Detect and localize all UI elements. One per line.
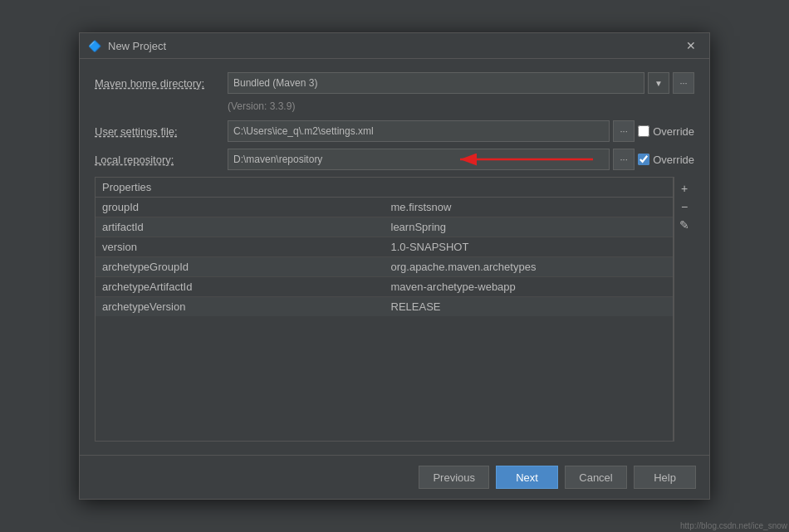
local-repo-override-checkbox[interactable]	[638, 154, 649, 165]
local-repo-row: Local repository: ···	[95, 149, 694, 170]
local-repo-label: Local repository:	[95, 154, 228, 166]
previous-button[interactable]: Previous	[419, 466, 489, 489]
property-value: RELEASE	[385, 297, 674, 317]
property-value: me.firstsnow	[385, 198, 674, 217]
user-settings-input-row: ··· Override	[228, 120, 694, 142]
properties-header: Properties	[96, 178, 673, 198]
properties-section: Properties groupIdme.firstsnowartifactId…	[95, 177, 694, 442]
maven-home-label: Maven home directory:	[95, 77, 228, 90]
version-text: (Version: 3.3.9)	[228, 100, 694, 112]
maven-home-row: Maven home directory: ▼ ···	[95, 72, 694, 94]
maven-home-dropdown-btn[interactable]: ▼	[648, 72, 669, 94]
edit-property-button[interactable]: ✎	[676, 217, 693, 233]
maven-home-input[interactable]	[228, 72, 644, 94]
local-repo-input-row: ··· Override	[228, 149, 694, 170]
close-button[interactable]: ✕	[681, 38, 701, 53]
property-value: maven-archetype-webapp	[385, 277, 674, 297]
dialog-icon: 🔷	[88, 39, 101, 52]
user-settings-browse-btn[interactable]: ···	[613, 120, 635, 142]
maven-home-input-row: ▼ ···	[228, 72, 694, 94]
local-repo-browse-btn[interactable]: ···	[613, 149, 635, 170]
watermark: http://blog.csdn.net/ice_snow	[680, 521, 787, 530]
properties-sidebar: + − ✎	[674, 177, 694, 442]
local-repo-override-group: Override	[638, 154, 694, 166]
cancel-button[interactable]: Cancel	[565, 466, 627, 489]
user-settings-input[interactable]	[228, 120, 610, 142]
dialog-body: Maven home directory: ▼ ··· (Version: 3.…	[80, 59, 709, 455]
title-bar: 🔷 New Project ✕	[80, 33, 709, 59]
next-button[interactable]: Next	[496, 466, 558, 489]
property-key: groupId	[96, 198, 385, 217]
dialog-footer: Previous Next Cancel Help	[80, 455, 709, 499]
property-value: learnSpring	[385, 217, 674, 237]
remove-property-button[interactable]: −	[676, 198, 693, 215]
property-value: 1.0-SNAPSHOT	[385, 237, 674, 257]
properties-table: groupIdme.firstsnowartifactIdlearnSpring…	[96, 198, 673, 316]
property-key: archetypeGroupId	[96, 257, 385, 277]
add-property-button[interactable]: +	[676, 180, 693, 197]
maven-home-browse-btn[interactable]: ···	[673, 72, 694, 94]
user-settings-override-checkbox[interactable]	[638, 125, 649, 137]
property-key: archetypeVersion	[96, 297, 385, 317]
user-settings-row: User settings file: ··· Override	[95, 120, 694, 142]
property-key: version	[96, 237, 385, 257]
property-key: archetypeArtifactId	[96, 277, 385, 297]
user-settings-override-group: Override	[638, 125, 694, 138]
properties-empty-area	[96, 316, 673, 441]
new-project-dialog: 🔷 New Project ✕ Maven home directory: ▼ …	[79, 32, 710, 500]
local-repo-override-label: Override	[653, 154, 694, 166]
user-settings-label: User settings file:	[95, 125, 228, 138]
dialog-title: New Project	[108, 40, 674, 52]
help-button[interactable]: Help	[634, 466, 696, 489]
property-key: artifactId	[96, 217, 385, 237]
property-value: org.apache.maven.archetypes	[385, 257, 674, 277]
user-settings-override-label: Override	[653, 125, 694, 138]
local-repo-input[interactable]	[228, 149, 610, 170]
